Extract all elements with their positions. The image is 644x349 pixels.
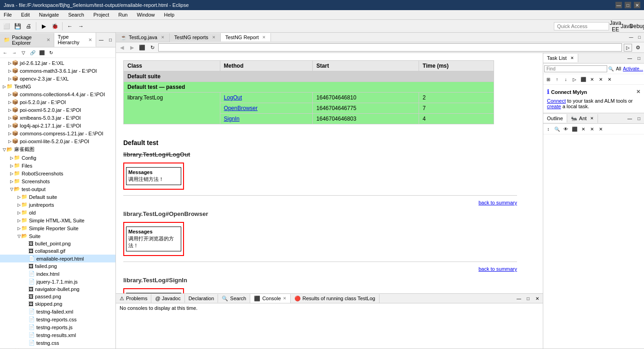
expand-icon[interactable]: ▷ — [7, 69, 12, 73]
browser-back[interactable]: ◀ — [118, 43, 126, 52]
expand-icon[interactable]: ▷ — [7, 139, 12, 144]
tree-item-old[interactable]: ▷ 📁 old — [0, 209, 115, 216]
forward-button[interactable]: → — [76, 22, 86, 31]
save-button[interactable]: 💾 — [13, 22, 22, 31]
bottom-close[interactable]: ✕ — [534, 295, 541, 302]
expand-icon[interactable]: ▽ — [2, 147, 6, 152]
menu-window[interactable]: Window — [135, 11, 156, 18]
outline-sort[interactable]: ↕ — [544, 125, 552, 133]
expand-icon[interactable]: ▷ — [17, 226, 21, 231]
find-button[interactable]: 🔍 — [608, 64, 614, 73]
rs-btn-3[interactable]: ↓ — [562, 75, 570, 83]
rs-btn-4[interactable]: ▷ — [570, 75, 579, 83]
bottom-maximize[interactable]: □ — [524, 295, 532, 302]
tree-item-maque[interactable]: ▽ 📂 麻雀截图 — [0, 145, 115, 154]
back-button[interactable]: ← — [65, 22, 75, 31]
maximize-left-panel[interactable]: □ — [106, 36, 115, 44]
close-button[interactable]: ✕ — [634, 2, 640, 8]
tree-item-passed[interactable]: 🖼 passed.png — [0, 293, 115, 300]
browser-forward[interactable]: ▶ — [128, 43, 136, 52]
back-link-2[interactable]: back to summary — [478, 266, 517, 272]
expand-icon[interactable]: ▷ — [17, 195, 21, 199]
browser-go[interactable]: ▷ — [624, 44, 632, 52]
perspective-debug[interactable]: Debug — [633, 22, 642, 31]
outline-close-3[interactable]: ✕ — [597, 125, 605, 133]
tree-item-poi-ooxml[interactable]: ▷ 📦 poi-ooxml-5.2.0.jar - E:\POI — [0, 106, 115, 114]
rs-maximize[interactable]: □ — [635, 54, 643, 62]
outline-close-2[interactable]: ✕ — [588, 125, 596, 133]
tree-item-bullet[interactable]: 🖼 bullet_point.png — [0, 240, 115, 247]
tab-testng-reports-close[interactable]: ✕ — [212, 35, 216, 40]
expand-icon[interactable]: ▷ — [9, 156, 14, 160]
browser-settings[interactable]: ⚙ — [634, 43, 642, 52]
rs-btn-7[interactable]: ✕ — [597, 75, 605, 83]
url-bar[interactable]: file:///F:/workspace/Bjhg_Selenium/test-… — [158, 43, 622, 52]
method-logout[interactable]: LogOut — [220, 93, 312, 103]
tree-item-xmlbeans[interactable]: ▷ 📦 xmlbeans-5.0.3.jar - E:\POI — [0, 114, 115, 122]
tree-item-simple-html[interactable]: ▷ 📁 Simple HTML-XML Suite — [0, 216, 115, 224]
tab-task-list[interactable]: Task List ✕ — [543, 54, 578, 62]
tree-item-commons-coll[interactable]: ▷ 📦 commons-collections4-4.4.jar - E:\PO… — [0, 90, 115, 98]
tree-item-simple-reporter[interactable]: ▷ 📁 Simple Reporter Suite — [0, 224, 115, 232]
browser-refresh[interactable]: ↻ — [148, 43, 156, 52]
expand-icon[interactable]: ▷ — [7, 123, 12, 128]
perspective-java-ee[interactable]: Java EE — [611, 22, 620, 31]
rs-btn-8[interactable]: ✕ — [605, 75, 614, 83]
tab-problems[interactable]: ⚠ Problems — [116, 294, 151, 303]
tree-item-index[interactable]: 📄 index.html — [0, 270, 115, 278]
tree-item-jxl[interactable]: ▷ 📦 jxl-2.6.12.jar - E:\XL — [0, 59, 115, 67]
outline-filter[interactable]: 🔍 — [553, 125, 561, 133]
activate-link[interactable]: Activate... — [623, 66, 643, 71]
outline-close-1[interactable]: ✕ — [579, 125, 587, 133]
expand-icon[interactable]: ▽ — [17, 234, 21, 238]
expand-icon[interactable]: ▷ — [9, 179, 14, 184]
tree-item-poi[interactable]: ▷ 📦 poi-5.2.0.jar - E:\POI — [0, 98, 115, 106]
tab-javadoc[interactable]: @ Javadoc — [151, 294, 184, 302]
tree-item-suite[interactable]: ▽ 📂 Suite — [0, 232, 115, 240]
stop-btn[interactable]: ⬛ — [38, 48, 46, 57]
find-input[interactable] — [544, 65, 607, 72]
tree-item-collapseall[interactable]: 🖼 collapseall.gif — [0, 247, 115, 255]
refresh-btn[interactable]: ↻ — [47, 48, 55, 57]
rs-minimize[interactable]: — — [626, 54, 634, 62]
tab-console-close[interactable]: ✕ — [283, 296, 287, 301]
menu-navigate[interactable]: Navigate — [37, 11, 61, 18]
outline-stop[interactable]: ⬛ — [570, 125, 579, 133]
menu-file[interactable]: File — [2, 11, 14, 18]
menu-edit[interactable]: Edit — [19, 11, 32, 18]
menu-help[interactable]: Help — [162, 11, 177, 18]
link-btn[interactable]: 🔗 — [29, 48, 37, 57]
back-nav-btn[interactable]: ← — [1, 48, 9, 57]
create-link[interactable]: create — [547, 104, 561, 109]
tab-search[interactable]: 🔍 Search — [218, 294, 250, 303]
tree-item-emailable[interactable]: 📄 emailable-report.html — [0, 255, 115, 262]
outline-hide[interactable]: 👁 — [562, 125, 570, 133]
tree-item-files[interactable]: ▷ 📁 Files — [0, 162, 115, 169]
tree-item-skipped[interactable]: 🖼 skipped.png — [0, 300, 115, 308]
outline-minimize[interactable]: — — [626, 114, 634, 122]
menu-run[interactable]: Run — [116, 11, 129, 18]
expand-icon[interactable]: ▷ — [7, 116, 12, 120]
tab-testlog-java-close[interactable]: ✕ — [161, 35, 165, 40]
tab-console[interactable]: ⬛ Console ✕ — [250, 294, 290, 303]
expand-icon[interactable]: ▷ — [7, 108, 12, 112]
tab-type-hierarchy[interactable]: Type Hierarchy ✕ — [54, 33, 96, 47]
ant-close-icon[interactable]: ✕ — [590, 116, 594, 121]
expand-icon[interactable]: ▷ — [9, 163, 14, 168]
tree-item-log4j[interactable]: ▷ 📦 log4j-api-2.17.1.jar - E:\POI — [0, 122, 115, 129]
maximize-editor[interactable]: □ — [636, 34, 643, 41]
menu-search[interactable]: Search — [66, 11, 86, 18]
tab-testlog-java[interactable]: ☕ TestLog.java ✕ — [116, 33, 170, 42]
tree-item-jquery[interactable]: 📄 jquery-1.7.1.min.js — [0, 278, 115, 285]
rs-btn-6[interactable]: ✕ — [588, 75, 596, 83]
expand-icon[interactable]: ▷ — [7, 100, 12, 105]
tree-item-commons-math[interactable]: ▷ 📦 commons-math3-3.6.1.jar - E:\POI — [0, 67, 115, 75]
tree-item-compress[interactable]: ▷ 📦 commons-compress-1.21.jar - E:\POI — [0, 129, 115, 137]
collapse-all-btn[interactable]: ▽ — [19, 48, 28, 57]
maximize-button[interactable]: □ — [625, 2, 631, 8]
rs-btn-1[interactable]: ⊞ — [544, 75, 552, 83]
expand-icon[interactable]: ▷ — [7, 76, 12, 81]
bottom-minimize[interactable]: — — [515, 295, 523, 302]
new-button[interactable]: ⬜ — [2, 22, 11, 31]
tab-results-testlog[interactable]: 🔴 Results of running class TestLog — [291, 294, 380, 303]
